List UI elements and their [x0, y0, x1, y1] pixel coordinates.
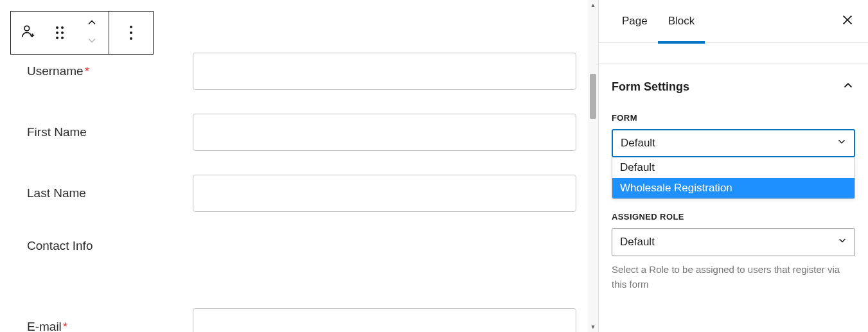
user-plus-icon — [20, 23, 37, 42]
drag-handle-button[interactable] — [45, 12, 75, 54]
form-option-default[interactable]: Default — [612, 157, 855, 178]
close-icon — [840, 13, 855, 30]
role-select[interactable]: Default — [612, 228, 855, 256]
form-option-wholesale[interactable]: Wholesale Registration — [612, 178, 855, 198]
move-up-button[interactable] — [85, 15, 98, 33]
chevron-up-icon — [841, 78, 855, 95]
scroll-up-arrow[interactable]: ▲ — [588, 0, 598, 10]
chevron-down-icon — [836, 136, 847, 151]
form-row-email: E-mail* — [27, 308, 576, 332]
panel-toggle[interactable]: Form Settings — [599, 64, 868, 109]
scroll-down-arrow[interactable]: ▼ — [588, 322, 598, 332]
block-type-button[interactable] — [11, 12, 45, 54]
drag-handle-icon — [56, 26, 64, 39]
scrollbar-thumb[interactable] — [590, 74, 596, 119]
sidebar-tabs: Page Block — [599, 0, 868, 43]
tab-page[interactable]: Page — [612, 0, 658, 43]
settings-sidebar: Page Block Form Settings FORM Default D — [598, 0, 868, 332]
editor-canvas: Username* First Name Last Name Contact I… — [0, 0, 588, 332]
editor-scrollbar[interactable]: ▲ ▼ — [588, 0, 598, 332]
panel-body: FORM Default Default Wholesale Registrat… — [599, 109, 868, 304]
block-toolbar — [10, 11, 154, 55]
form-row-username: Username* — [27, 53, 576, 90]
form-select-value: Default — [621, 137, 655, 150]
panel-form-settings: Form Settings FORM Default Default Whole… — [599, 64, 868, 304]
form-row-lastname: Last Name — [27, 175, 576, 212]
tab-block[interactable]: Block — [658, 0, 705, 43]
section-heading: Contact Info — [27, 239, 93, 253]
form-row-firstname: First Name — [27, 114, 576, 151]
chevron-down-icon — [837, 235, 848, 250]
lastname-input[interactable] — [193, 175, 576, 212]
username-input[interactable] — [193, 53, 576, 90]
field-label: Last Name — [27, 186, 193, 200]
field-label: First Name — [27, 125, 193, 139]
form-select[interactable]: Default — [612, 129, 855, 157]
svg-point-0 — [24, 26, 30, 31]
more-vertical-icon — [130, 26, 132, 40]
more-options-button[interactable] — [109, 12, 153, 54]
role-select-value: Default — [620, 236, 655, 249]
form-select-label: FORM — [612, 113, 855, 123]
chevron-up-icon — [85, 16, 98, 31]
move-down-button[interactable] — [85, 33, 98, 51]
block-mover — [75, 12, 109, 54]
role-help-text: Select a Role to be assigned to users th… — [612, 263, 855, 292]
field-label: E-mail* — [27, 320, 193, 332]
firstname-input[interactable] — [193, 114, 576, 151]
role-select-label: ASSIGNED ROLE — [612, 212, 855, 222]
panel-title: Form Settings — [612, 80, 689, 94]
field-label: Username* — [27, 64, 193, 78]
chevron-down-icon — [85, 34, 98, 49]
email-input[interactable] — [193, 308, 576, 332]
close-sidebar-button[interactable] — [835, 8, 860, 34]
form-select-dropdown: Default Wholesale Registration — [612, 157, 855, 199]
